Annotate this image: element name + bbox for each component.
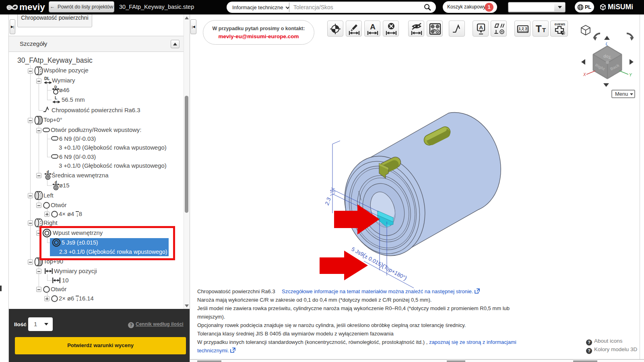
svg-text:L: L: [55, 96, 57, 100]
svg-text:T: T: [542, 27, 546, 33]
svg-text:Top: Top: [603, 54, 611, 60]
svg-text:Y: Y: [629, 73, 632, 77]
svg-text:X: X: [583, 72, 586, 77]
svg-text:6VIEWS: 6VIEWS: [555, 23, 566, 26]
svg-text:2.3: 2.3: [324, 197, 332, 206]
svg-text:T: T: [536, 23, 542, 34]
svg-text:A: A: [479, 25, 483, 31]
svg-text:DL: DL: [44, 76, 50, 81]
svg-text:1 2 3: 1 2 3: [518, 26, 527, 31]
svg-text:A: A: [370, 23, 376, 31]
